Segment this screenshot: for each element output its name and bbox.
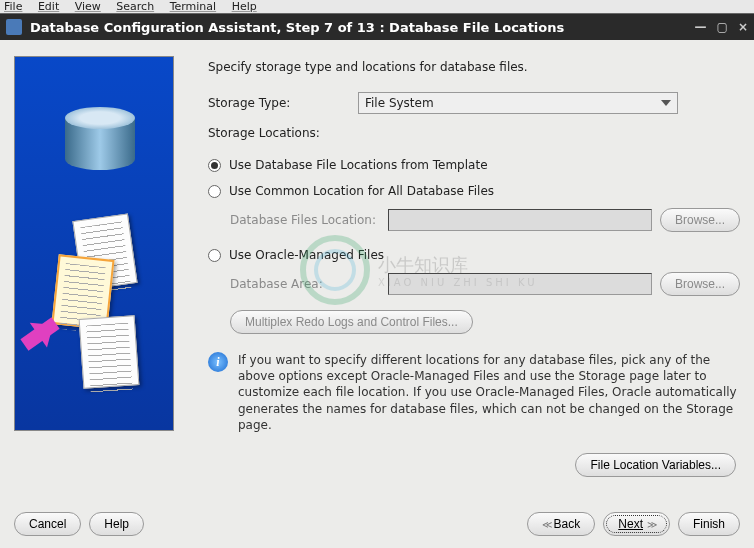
menu-view[interactable]: View: [75, 0, 101, 13]
app-icon: [6, 19, 22, 35]
minimize-icon[interactable]: —: [695, 20, 707, 34]
radio-icon: [208, 185, 221, 198]
radio-icon: [208, 159, 221, 172]
maximize-icon[interactable]: ▢: [717, 20, 728, 34]
chevron-down-icon: [661, 100, 671, 111]
radio-omf-label: Use Oracle-Managed Files: [229, 248, 384, 262]
next-label: Next: [618, 517, 643, 531]
radio-common-label: Use Common Location for All Database Fil…: [229, 184, 494, 198]
info-text: If you want to specify different locatio…: [238, 352, 740, 433]
storage-type-value: File System: [365, 96, 434, 110]
chevron-left-icon: ≪: [542, 519, 550, 530]
cancel-button[interactable]: Cancel: [14, 512, 81, 536]
radio-common[interactable]: Use Common Location for All Database Fil…: [208, 184, 740, 198]
help-button[interactable]: Help: [89, 512, 144, 536]
info-icon: i: [208, 352, 228, 372]
storage-type-label: Storage Type:: [208, 96, 358, 110]
instruction-text: Specify storage type and locations for d…: [208, 60, 740, 74]
arrow-icon: [20, 317, 59, 350]
storage-locations-label: Storage Locations:: [208, 126, 358, 140]
window-title: Database Configuration Assistant, Step 7…: [30, 20, 695, 35]
file-location-variables-button[interactable]: File Location Variables...: [575, 453, 736, 477]
db-area-input[interactable]: [388, 273, 652, 295]
radio-template[interactable]: Use Database File Locations from Templat…: [208, 158, 740, 172]
radio-omf[interactable]: Use Oracle-Managed Files: [208, 248, 740, 262]
finish-button[interactable]: Finish: [678, 512, 740, 536]
menubar[interactable]: File Edit View Search Terminal Help: [0, 0, 754, 14]
radio-template-label: Use Database File Locations from Templat…: [229, 158, 488, 172]
db-area-label: Database Area:: [230, 277, 380, 291]
next-button[interactable]: Next ≫: [603, 512, 670, 536]
storage-type-select[interactable]: File System: [358, 92, 678, 114]
chevron-right-icon: ≫: [647, 519, 655, 530]
radio-icon: [208, 249, 221, 262]
back-label: Back: [554, 517, 581, 531]
multiplex-button[interactable]: Multiplex Redo Logs and Control Files...: [230, 310, 473, 334]
menu-edit[interactable]: Edit: [38, 0, 59, 13]
footer: Cancel Help ≪ Back Next ≫ Finish: [14, 512, 740, 536]
menu-search[interactable]: Search: [116, 0, 154, 13]
paper-icon: [79, 315, 140, 389]
wizard-illustration: [14, 56, 174, 431]
client-area: Specify storage type and locations for d…: [0, 40, 754, 548]
db-files-location-label: Database Files Location:: [230, 213, 380, 227]
close-icon[interactable]: ×: [738, 20, 748, 34]
back-button[interactable]: ≪ Back: [527, 512, 596, 536]
titlebar: Database Configuration Assistant, Step 7…: [0, 14, 754, 40]
menu-help[interactable]: Help: [232, 0, 257, 13]
browse-common-button[interactable]: Browse...: [660, 208, 740, 232]
menu-file[interactable]: File: [4, 0, 22, 13]
menu-terminal[interactable]: Terminal: [170, 0, 217, 13]
db-files-location-input[interactable]: [388, 209, 652, 231]
browse-omf-button[interactable]: Browse...: [660, 272, 740, 296]
